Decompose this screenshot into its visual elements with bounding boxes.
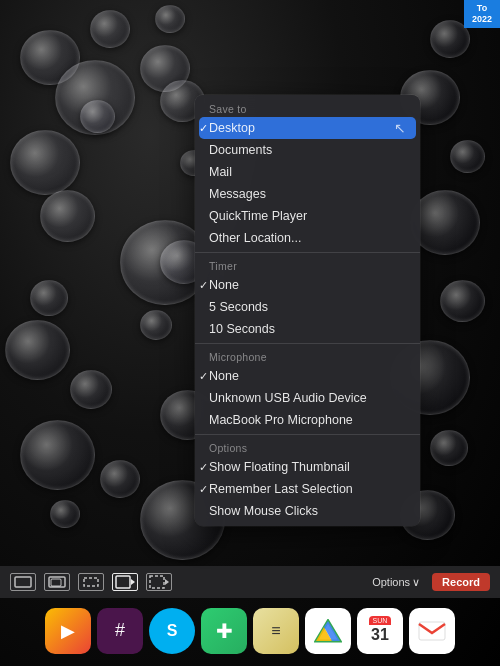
check-floating: ✓ (199, 461, 208, 474)
check-desktop: ✓ (199, 122, 208, 135)
divider-1 (195, 252, 420, 253)
check-timer-none: ✓ (199, 279, 208, 292)
menu-item-remember[interactable]: ✓ Remember Last Selection (195, 478, 420, 500)
capture-fullscreen-icon[interactable] (10, 573, 36, 591)
microphone-header: Microphone (195, 347, 420, 365)
record-button[interactable]: Record (432, 573, 490, 591)
svg-rect-4 (116, 576, 130, 588)
menu-item-timer-5-label: 5 Seconds (209, 300, 268, 314)
dock-gmail-icon (417, 620, 447, 642)
toolbar-icon-group (10, 573, 172, 591)
menu-item-other[interactable]: Other Location... (195, 227, 420, 249)
menu-item-messages-label: Messages (209, 187, 266, 201)
menu-item-timer-5[interactable]: 5 Seconds (195, 296, 420, 318)
record-screen-icon[interactable] (112, 573, 138, 591)
dock-icon-spring[interactable]: ✚ (201, 608, 247, 654)
menu-item-timer-none[interactable]: ✓ None (195, 274, 420, 296)
menu-item-desktop[interactable]: ✓ Desktop ↖ (199, 117, 416, 139)
menu-item-mic-none-label: None (209, 369, 239, 383)
check-remember: ✓ (199, 483, 208, 496)
menu-item-quicktime[interactable]: QuickTime Player (195, 205, 420, 227)
menu-item-timer-none-label: None (209, 278, 239, 292)
cursor-icon: ↖ (394, 120, 406, 136)
context-menu: Save to ✓ Desktop ↖ Documents Mail Messa… (195, 95, 420, 526)
capture-window-icon[interactable] (44, 573, 70, 591)
menu-item-mail[interactable]: Mail (195, 161, 420, 183)
menu-item-floating-label: Show Floating Thumbnail (209, 460, 350, 474)
options-label: Options (372, 576, 410, 588)
menu-item-desktop-label: Desktop (209, 121, 255, 135)
menu-item-mail-label: Mail (209, 165, 232, 179)
dock: ▶ # S ✚ ≡ SUN 31 (0, 603, 500, 658)
top-right-badge: To 2022 (464, 0, 500, 28)
bottom-toolbar: Options ∨ Record (0, 566, 500, 598)
divider-2 (195, 343, 420, 344)
svg-rect-0 (15, 577, 31, 587)
dock-icon-slides[interactable]: ▶ (45, 608, 91, 654)
dock-icon-calendar[interactable]: SUN 31 (357, 608, 403, 654)
menu-item-documents-label: Documents (209, 143, 272, 157)
menu-item-mic-macbook[interactable]: MacBook Pro Microphone (195, 409, 420, 431)
menu-item-floating[interactable]: ✓ Show Floating Thumbnail (195, 456, 420, 478)
dock-icon-skype[interactable]: S (149, 608, 195, 654)
capture-selection-icon[interactable] (78, 573, 104, 591)
menu-item-mouse[interactable]: Show Mouse Clicks (195, 500, 420, 522)
menu-item-mic-usb-label: Unknown USB Audio Device (209, 391, 367, 405)
chevron-down-icon: ∨ (412, 576, 420, 589)
menu-item-quicktime-label: QuickTime Player (209, 209, 307, 223)
dock-skype-icon: S (167, 622, 178, 640)
dock-drive-icon (314, 619, 342, 643)
toolbar-right-group: Options ∨ Record (366, 573, 490, 592)
menu-item-mouse-label: Show Mouse Clicks (209, 504, 318, 518)
svg-marker-7 (165, 579, 169, 585)
svg-rect-6 (150, 576, 164, 588)
dock-slides-icon: ▶ (61, 620, 75, 642)
menu-item-messages[interactable]: Messages (195, 183, 420, 205)
svg-marker-5 (131, 579, 135, 585)
options-section-header: Options (195, 438, 420, 456)
save-to-header: Save to (195, 99, 420, 117)
record-label: Record (442, 576, 480, 588)
dock-spring-icon: ✚ (216, 619, 233, 643)
dock-slack-icon: # (115, 620, 125, 641)
divider-3 (195, 434, 420, 435)
menu-item-other-label: Other Location... (209, 231, 301, 245)
menu-item-mic-none[interactable]: ✓ None (195, 365, 420, 387)
options-button[interactable]: Options ∨ (366, 573, 426, 592)
svg-rect-12 (419, 622, 445, 640)
record-selection-icon[interactable] (146, 573, 172, 591)
menu-item-remember-label: Remember Last Selection (209, 482, 353, 496)
timer-header: Timer (195, 256, 420, 274)
menu-item-timer-10-label: 10 Seconds (209, 322, 275, 336)
dock-icon-gmail[interactable] (409, 608, 455, 654)
dock-calendar-icon: SUN 31 (369, 616, 392, 644)
menu-item-timer-10[interactable]: 10 Seconds (195, 318, 420, 340)
svg-rect-3 (84, 578, 98, 586)
dock-icon-drive[interactable] (305, 608, 351, 654)
menu-item-documents[interactable]: Documents (195, 139, 420, 161)
dock-notes-icon: ≡ (271, 622, 280, 640)
dock-icon-slack[interactable]: # (97, 608, 143, 654)
dock-icon-notes[interactable]: ≡ (253, 608, 299, 654)
menu-item-mic-usb[interactable]: Unknown USB Audio Device (195, 387, 420, 409)
check-mic-none: ✓ (199, 370, 208, 383)
menu-item-mic-macbook-label: MacBook Pro Microphone (209, 413, 353, 427)
svg-rect-2 (51, 579, 61, 586)
